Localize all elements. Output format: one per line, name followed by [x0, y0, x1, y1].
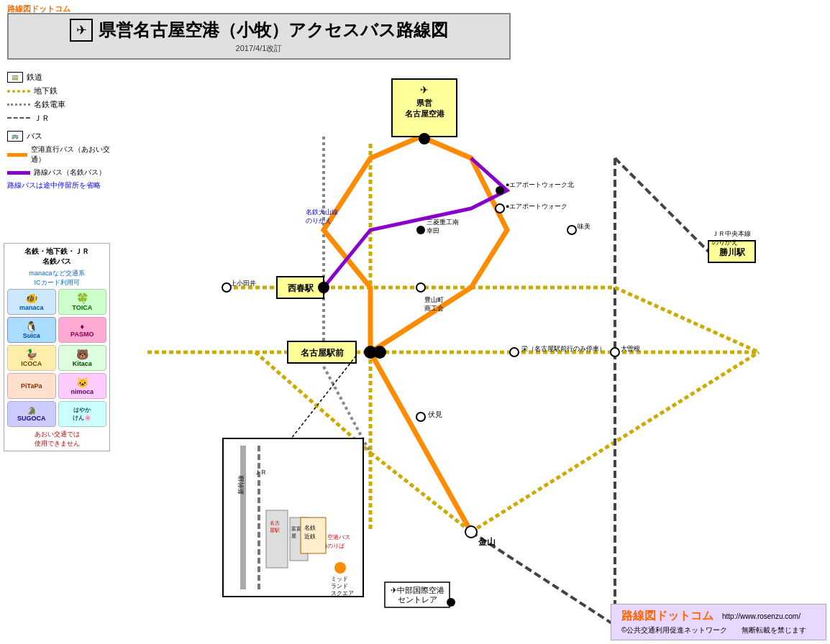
svg-line-13 — [615, 288, 759, 352]
svg-text:名鉄犬山線: 名鉄犬山線 — [306, 208, 338, 216]
svg-point-34 — [416, 283, 425, 292]
svg-text:幸田: 幸田 — [427, 227, 439, 234]
ic-kitaca: 🐻Kitaca — [58, 345, 107, 371]
svg-text:富富: 富富 — [291, 526, 301, 531]
svg-line-7 — [615, 158, 708, 252]
svg-text:伏見: 伏見 — [428, 410, 442, 418]
bus-icon: 🚌 — [7, 131, 23, 142]
ic-pasmo: ♦PASMO — [58, 317, 107, 343]
page-title: 県営名古屋空港（小牧）アクセスバス路線図 — [99, 19, 448, 42]
svg-text:上小田井: 上小田井 — [230, 280, 256, 287]
meitetsu-label: 名鉄電車 — [34, 99, 65, 110]
svg-text:勝川駅: 勝川駅 — [719, 247, 746, 257]
svg-point-18 — [419, 133, 430, 144]
ic-sugoca: 🐊SUGOCA — [7, 401, 56, 427]
ic-manaca: 🐠manaca — [7, 289, 56, 315]
ic-panel-subtitle: manacaなど交通系ICカード利用可 — [7, 269, 106, 287]
svg-text:新幹線: 新幹線 — [237, 475, 245, 494]
svg-text:ミッド: ミッド — [331, 576, 348, 582]
svg-text:スクエア: スクエア — [331, 590, 354, 597]
plane-icon: ✈ — [70, 19, 93, 42]
route-bus-label: 路線バス（名鉄バス） — [34, 167, 106, 178]
svg-point-27 — [373, 346, 386, 359]
ic-hayakaken: はやかけん🌸 — [58, 401, 107, 427]
svg-text:県営: 県営 — [416, 98, 432, 107]
svg-text:●エアポートウォーク北: ●エアポートウォーク北 — [506, 181, 574, 188]
svg-text:のりかえ: のりかえ — [712, 239, 738, 246]
subway-line-sample — [7, 90, 30, 93]
svg-text:ＪＲ: ＪＲ — [254, 469, 267, 476]
svg-point-68 — [334, 562, 346, 574]
jr-label: ＪＲ — [34, 113, 50, 124]
svg-text:西春駅: 西春駅 — [288, 283, 314, 293]
revision-date: 2017/4/1改訂 — [17, 43, 501, 54]
meitetsu-line-sample — [7, 104, 30, 106]
footer-rights: 無断転載を禁じます — [742, 625, 806, 635]
svg-text:近鉄: 近鉄 — [304, 533, 316, 540]
svg-point-37 — [416, 226, 425, 234]
svg-text:のりかえ: のりかえ — [306, 217, 332, 224]
svg-text:✈中部国際空港: ✈中部国際空港 — [391, 586, 444, 594]
footer-copyright: ©公共交通利用促進ネットワーク — [621, 625, 727, 635]
svg-line-3 — [370, 453, 471, 532]
jr-line-sample — [7, 117, 30, 119]
svg-text:ＪＲ中央本線: ＪＲ中央本線 — [712, 230, 751, 237]
svg-text:のりば: のりば — [327, 543, 345, 549]
footer: 路線図ドットコム http://www.rosenzu.com/ ©公共交通利用… — [4, 604, 826, 640]
orange-bus-line — [7, 153, 27, 157]
svg-text:三菱重工南: 三菱重工南 — [427, 218, 459, 226]
footer-url: http://www.rosenzu.com/ — [722, 612, 801, 620]
svg-text:名古屋空港: 名古屋空港 — [404, 109, 445, 118]
svg-text:豊山町: 豊山町 — [424, 296, 444, 303]
svg-text:金山: 金山 — [478, 537, 496, 547]
rail-icon: 🚃 — [7, 72, 23, 83]
svg-text:味美: 味美 — [578, 223, 590, 230]
svg-text:名古屋駅前: 名古屋駅前 — [300, 348, 345, 358]
route-bus-note: 路線バスは途中停留所を省略 — [7, 180, 111, 190]
title-box: ✈ 県営名古屋空港（小牧）アクセスバス路線図 2017/4/1改訂 — [7, 13, 511, 60]
svg-point-30 — [416, 413, 425, 421]
svg-text:栄（名古屋駅前行のみ停車）: 栄（名古屋駅前行のみ停車） — [521, 345, 606, 352]
bus-label: バス — [27, 131, 42, 142]
svg-point-40 — [496, 186, 504, 195]
svg-text:大曽根: 大曽根 — [621, 345, 640, 352]
rail-label: 鉄道 — [27, 72, 42, 83]
svg-point-46 — [611, 348, 619, 356]
ic-nimoca: 🐱nimoca — [58, 373, 107, 399]
svg-text:屋駅: 屋駅 — [270, 528, 280, 533]
svg-point-42 — [496, 204, 504, 213]
subway-label: 地下鉄 — [34, 86, 58, 96]
svg-text:ランド: ランド — [331, 583, 348, 589]
direct-bus-label: 空港直行バス（あおい交通） — [31, 144, 111, 165]
svg-rect-59 — [266, 510, 288, 568]
ic-panel: 名鉄・地下鉄・ＪＲ名鉄バス manacaなど交通系ICカード利用可 🐠manac… — [4, 243, 110, 451]
ic-pitapa: PiTaPa — [7, 373, 56, 399]
svg-text:セントレア: セントレア — [398, 595, 437, 604]
ic-note: あおい交通では使用できません — [7, 430, 106, 448]
svg-point-32 — [510, 348, 519, 356]
footer-logo: 路線図ドットコム — [621, 609, 713, 624]
footer-right: 路線図ドットコム http://www.rosenzu.com/ ©公共交通利用… — [611, 604, 826, 640]
ic-panel-title: 名鉄・地下鉄・ＪＲ名鉄バス — [7, 247, 106, 267]
svg-text:商工会: 商工会 — [424, 305, 444, 312]
purple-bus-line — [7, 171, 30, 175]
svg-text:屋: 屋 — [291, 533, 296, 538]
svg-text:●エアポートウォーク: ●エアポートウォーク — [506, 203, 567, 210]
svg-text:空港バス: 空港バス — [327, 534, 350, 540]
svg-text:✈: ✈ — [420, 84, 429, 96]
svg-text:名鉄: 名鉄 — [304, 525, 316, 531]
legend-rail: 🚃 鉄道 地下鉄 名鉄電車 ＪＲ 🚌 バス 空港直行バス（あおい交通） 路線バス… — [7, 72, 111, 190]
svg-point-28 — [465, 526, 477, 538]
svg-text:名古: 名古 — [270, 520, 280, 525]
ic-icoca: 🦆ICOCA — [7, 345, 56, 371]
ic-suica: 🐧Suica — [7, 317, 56, 343]
ic-toica: 🍀TOICA — [58, 289, 107, 315]
svg-point-48 — [567, 226, 576, 234]
svg-point-21 — [318, 282, 329, 293]
route-map: ✈ 県営 名古屋空港 西春駅 勝川駅 名古屋駅前 金山 伏見 栄（名古屋駅前行の… — [111, 65, 824, 625]
